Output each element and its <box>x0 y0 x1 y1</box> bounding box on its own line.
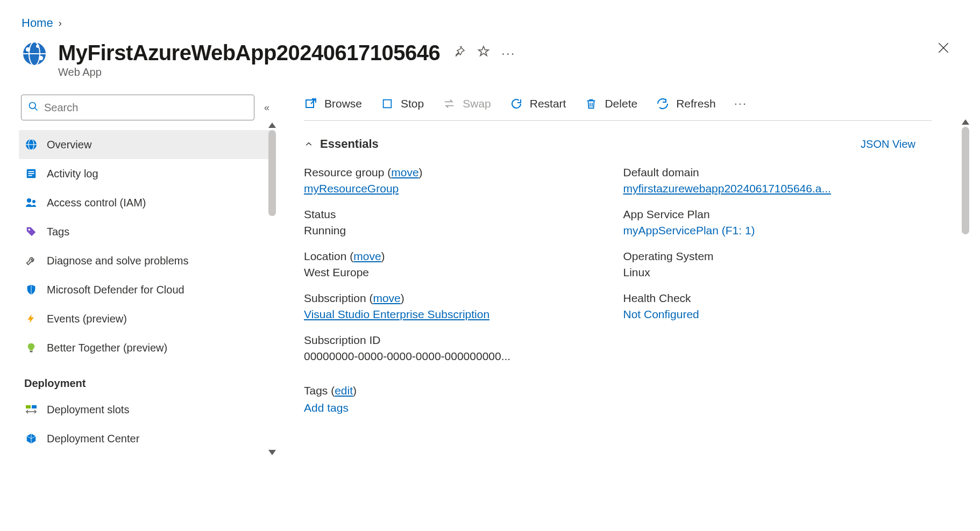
content-scrollbar[interactable] <box>962 127 969 234</box>
sidebar-item-tags[interactable]: Tags <box>19 217 272 246</box>
swap-button: Swap <box>442 97 491 111</box>
delete-button[interactable]: Delete <box>584 97 637 111</box>
sidebar-item-access-control[interactable]: Access control (IAM) <box>19 188 272 217</box>
move-subscription-link[interactable]: move <box>373 292 400 304</box>
trash-icon <box>584 97 598 111</box>
collapse-sidebar-icon[interactable]: « <box>264 102 269 113</box>
sidebar-item-label: Diagnose and solve problems <box>47 255 189 267</box>
lightbulb-icon <box>24 341 38 355</box>
tags-label: Tags (edit) <box>304 384 591 397</box>
activity-log-icon <box>24 167 38 181</box>
external-link-icon <box>304 97 318 111</box>
refresh-icon <box>656 97 670 111</box>
location-value: West Europe <box>304 266 591 279</box>
sidebar-item-better-together[interactable]: Better Together (preview) <box>19 333 272 362</box>
browse-button[interactable]: Browse <box>304 97 362 111</box>
sidebar-item-diagnose[interactable]: Diagnose and solve problems <box>19 246 272 275</box>
button-label: Restart <box>530 97 566 110</box>
people-icon <box>24 196 38 210</box>
edit-tags-link[interactable]: edit <box>335 384 353 397</box>
svg-rect-15 <box>29 171 34 172</box>
default-domain-link[interactable]: myfirstazurewebapp20240617105646.a... <box>623 182 831 195</box>
label-text: Resource group <box>304 166 384 178</box>
move-location-link[interactable]: move <box>353 250 381 262</box>
location-label: Location (move) <box>304 250 591 263</box>
status-value: Running <box>304 224 591 237</box>
sidebar-item-deployment-center[interactable]: Deployment Center <box>19 424 272 453</box>
button-label: Browse <box>324 97 362 110</box>
pin-icon[interactable] <box>453 45 466 61</box>
svg-rect-22 <box>26 405 31 408</box>
breadcrumb: Home › <box>0 0 980 35</box>
chevron-up-icon <box>304 137 314 151</box>
globe-icon <box>24 138 38 152</box>
health-check-link[interactable]: Not Configured <box>623 308 699 320</box>
sidebar-item-label: Better Together (preview) <box>47 342 167 354</box>
more-icon[interactable]: ··· <box>501 46 515 61</box>
stop-button[interactable]: Stop <box>380 97 424 111</box>
sidebar-item-defender[interactable]: Microsoft Defender for Cloud <box>19 275 272 304</box>
command-bar: Browse Stop Swap Restart <box>304 95 932 121</box>
page-header: MyFirstAzureWebApp20240617105646 ··· Web… <box>0 35 980 84</box>
close-button[interactable] <box>936 41 950 59</box>
shield-icon <box>24 283 38 297</box>
button-label: Stop <box>401 97 424 110</box>
svg-point-5 <box>39 56 43 60</box>
status-label: Status <box>304 208 591 221</box>
main-content: Browse Stop Swap Restart <box>282 95 964 529</box>
subscription-id-label: Subscription ID <box>304 334 591 347</box>
subscription-id-value: 00000000-0000-0000-0000-000000000... <box>304 350 591 363</box>
scroll-up-arrow-icon[interactable] <box>962 119 969 125</box>
sidebar-item-label: Activity log <box>47 168 98 180</box>
health-check-label: Health Check <box>623 292 911 305</box>
box-icon <box>24 432 38 446</box>
tag-icon <box>24 225 38 239</box>
resource-type-label: Web App <box>58 66 958 78</box>
sidebar-search[interactable] <box>21 95 254 120</box>
sidebar-item-label: Access control (IAM) <box>47 197 146 209</box>
sidebar: « Overview Activity log Access control (… <box>19 95 272 529</box>
sidebar-item-events[interactable]: Events (preview) <box>19 304 272 333</box>
add-tags-link[interactable]: Add tags <box>304 401 349 414</box>
restart-button[interactable]: Restart <box>509 97 566 111</box>
sidebar-item-overview[interactable]: Overview <box>19 130 272 159</box>
app-service-plan-link[interactable]: myAppServicePlan (F1: 1) <box>623 224 755 236</box>
resource-group-link[interactable]: myResourceGroup <box>304 182 399 195</box>
sidebar-item-label: Overview <box>47 139 91 151</box>
restart-icon <box>509 97 523 111</box>
button-label: Swap <box>463 97 491 110</box>
json-view-link[interactable]: JSON View <box>861 138 915 150</box>
label-text: Subscription <box>304 292 366 304</box>
sidebar-item-deployment-slots[interactable]: Deployment slots <box>19 395 272 424</box>
breadcrumb-home[interactable]: Home <box>22 16 53 30</box>
search-icon <box>28 101 39 114</box>
default-domain-label: Default domain <box>623 166 911 179</box>
wrench-icon <box>24 254 38 268</box>
scroll-down-arrow-icon[interactable] <box>268 450 276 455</box>
sidebar-item-activity-log[interactable]: Activity log <box>19 159 272 188</box>
toolbar-overflow[interactable]: ··· <box>734 97 747 111</box>
favorite-star-icon[interactable] <box>477 45 491 61</box>
os-value: Linux <box>623 266 911 279</box>
svg-rect-21 <box>30 351 33 353</box>
sidebar-item-label: Deployment slots <box>47 404 129 416</box>
svg-point-4 <box>26 47 30 52</box>
sidebar-scrollbar[interactable] <box>268 130 276 216</box>
sidebar-search-input[interactable] <box>44 102 247 114</box>
svg-rect-17 <box>29 175 32 176</box>
sidebar-item-label: Deployment Center <box>47 433 139 445</box>
app-service-plan-label: App Service Plan <box>623 208 911 221</box>
swap-icon <box>442 97 456 111</box>
chevron-right-icon: › <box>59 18 62 29</box>
move-resource-group-link[interactable]: move <box>391 166 418 178</box>
essentials-toggle[interactable]: Essentials <box>304 137 379 151</box>
refresh-button[interactable]: Refresh <box>656 97 716 111</box>
sidebar-list: Overview Activity log Access control (IA… <box>19 130 272 453</box>
scroll-up-arrow-icon[interactable] <box>268 123 276 128</box>
svg-point-19 <box>32 200 35 203</box>
subscription-link[interactable]: Visual Studio Enterprise Subscription <box>304 308 489 320</box>
svg-rect-16 <box>29 173 34 174</box>
svg-point-6 <box>36 45 39 48</box>
webapp-icon <box>22 41 47 67</box>
svg-rect-23 <box>32 405 37 408</box>
